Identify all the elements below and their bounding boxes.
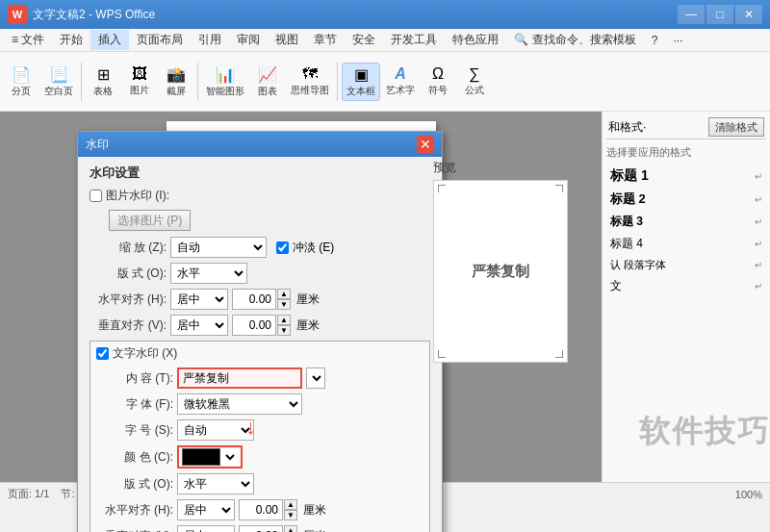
dialog-titlebar: 水印 ✕: [78, 132, 442, 157]
toolbar-blank[interactable]: 📃 空白页: [40, 63, 77, 100]
arttext-icon: A: [395, 65, 406, 83]
toolbar-image[interactable]: 🖼 图片: [122, 63, 157, 99]
v-offset-down[interactable]: ▼: [277, 325, 291, 336]
font-row: 字 体 (F): 微软雅黑: [96, 393, 424, 415]
v-offset-input[interactable]: [232, 315, 276, 336]
menu-security[interactable]: 安全: [345, 30, 383, 50]
color-row: 颜 色 (C): ▼: [96, 445, 424, 469]
text-watermark-section: 文字水印 (X) 内 容 (T): ▼ 字 体 (F):: [90, 341, 430, 532]
formula-icon: ∑: [469, 65, 479, 83]
tw-h-down[interactable]: ▼: [284, 510, 297, 520]
corner-br: [555, 350, 563, 358]
content-dropdown[interactable]: ▼: [306, 367, 325, 389]
close-button[interactable]: ✕: [735, 5, 762, 24]
toolbar-smartshape[interactable]: 📊 智能图形: [202, 63, 248, 100]
select-image-button[interactable]: 选择图片 (P): [109, 210, 191, 231]
title-bar: W 文字文稿2 - WPS Office — □ ✕: [0, 0, 770, 29]
h-offset-input[interactable]: [232, 289, 276, 310]
v-offset-up[interactable]: ▲: [277, 315, 291, 325]
dialog-title: 水印: [86, 137, 417, 153]
menu-search[interactable]: 🔍 查找命令、搜索模板: [506, 30, 643, 50]
app-icon: W: [8, 5, 27, 24]
toolbar-page[interactable]: 📄 分页: [4, 63, 38, 100]
menu-review[interactable]: 审阅: [229, 30, 268, 50]
tw-h-offset-wrap: ▲ ▼: [239, 499, 297, 520]
preview-panel: 预览 严禁复制: [433, 160, 568, 363]
h-unit: 厘米: [296, 291, 320, 308]
image-watermark-row: 图片水印 (I):: [90, 188, 430, 204]
menu-file[interactable]: ≡ 文件: [4, 30, 52, 50]
layout-label: 版 式 (O):: [90, 266, 167, 282]
menu-layout[interactable]: 页面布局: [129, 30, 191, 50]
menu-bar: ≡ 文件 开始 插入 页面布局 引用 审阅 视图 章节 安全 开发工具 特色应用…: [0, 29, 770, 52]
menu-help[interactable]: ?: [644, 32, 666, 49]
menu-reference[interactable]: 引用: [191, 30, 229, 50]
separator-3: [337, 63, 338, 101]
v-unit: 厘米: [296, 317, 320, 334]
tw-v-up[interactable]: ▲: [284, 525, 297, 532]
screenshot-icon: 📸: [167, 65, 186, 84]
menu-more[interactable]: ···: [665, 32, 690, 49]
size-label: 字 号 (S):: [96, 422, 173, 439]
corner-tl: [438, 185, 446, 192]
window-title: 文字文稿2 - WPS Office: [33, 7, 678, 23]
preview-label: 预览: [433, 160, 568, 176]
red-arrow-indicator: ↓: [245, 415, 256, 440]
image-label: 图片: [130, 84, 149, 97]
font-select[interactable]: 微软雅黑: [177, 393, 302, 415]
maximize-button[interactable]: □: [706, 5, 733, 24]
size-select[interactable]: 自动: [177, 419, 254, 441]
menu-start[interactable]: 开始: [52, 30, 90, 50]
tw-v-align-row: 垂直对齐 (V): 居中 ▲ ▼ 厘米: [96, 525, 424, 532]
scale-select[interactable]: 自动: [170, 237, 267, 258]
status-page: 页面: 1/1: [8, 487, 49, 501]
v-offset-spinners: ▲ ▼: [277, 315, 291, 336]
separator-1: [81, 63, 82, 101]
toolbar-mindmap[interactable]: 🗺 思维导图: [287, 63, 333, 99]
toolbar-symbol[interactable]: Ω 符号: [421, 63, 455, 99]
text-watermark-checkbox[interactable]: [96, 347, 109, 360]
menu-insert[interactable]: 插入: [90, 30, 129, 50]
menu-chapter[interactable]: 章节: [306, 30, 345, 50]
menu-view[interactable]: 视图: [268, 30, 306, 50]
toolbar-chart[interactable]: 📈 图表: [250, 63, 285, 100]
toolbar-screenshot[interactable]: 📸 截屏: [159, 63, 193, 100]
toolbar-formula[interactable]: ∑ 公式: [457, 63, 492, 99]
toolbar: 📄 分页 📃 空白页 ⊞ 表格 🖼 图片 📸 截屏 📊 智能图形 📈 图表 🗺 …: [0, 52, 770, 112]
symbol-label: 符号: [428, 84, 448, 97]
separator-2: [197, 63, 198, 101]
preview-watermark-text: 严禁复制: [472, 263, 529, 281]
toolbar-arttext[interactable]: A 艺术字: [382, 63, 419, 99]
layout-select[interactable]: 水平: [170, 263, 247, 284]
chart-icon: 📈: [258, 65, 277, 84]
menu-features[interactable]: 特色应用: [445, 30, 506, 50]
minimize-button[interactable]: —: [678, 5, 705, 24]
tw-v-offset-input[interactable]: [239, 525, 283, 532]
tw-h-align-select[interactable]: 居中: [177, 499, 235, 520]
status-zoom: 100%: [735, 489, 762, 500]
v-align-select[interactable]: 居中: [170, 315, 228, 336]
content-input[interactable]: [177, 367, 302, 389]
tw-layout-select[interactable]: 水平: [177, 473, 254, 494]
tw-h-up[interactable]: ▲: [284, 499, 297, 510]
color-dropdown[interactable]: ▼: [220, 448, 238, 466]
tw-h-align-label: 水平对齐 (H):: [96, 502, 173, 519]
blank-icon: 📃: [49, 65, 68, 84]
color-preview: [182, 448, 220, 466]
dialog-close-button[interactable]: ✕: [417, 136, 434, 153]
h-align-select[interactable]: 居中: [170, 289, 228, 310]
tw-h-spinners: ▲ ▼: [284, 499, 297, 520]
textbox-icon: ▣: [354, 65, 369, 84]
symbol-icon: Ω: [432, 65, 444, 83]
h-offset-down[interactable]: ▼: [277, 299, 291, 310]
screenshot-label: 截屏: [167, 85, 186, 98]
tw-v-align-select[interactable]: 居中: [177, 525, 235, 532]
toolbar-textbox[interactable]: ▣ 文本框: [342, 63, 380, 101]
h-offset-up[interactable]: ▲: [277, 289, 291, 299]
image-watermark-checkbox[interactable]: [90, 190, 102, 202]
tw-h-offset-input[interactable]: [239, 499, 283, 520]
menu-devtools[interactable]: 开发工具: [383, 30, 445, 50]
washout-checkbox[interactable]: [276, 241, 289, 254]
v-offset-wrap: ▲ ▼: [232, 315, 291, 336]
toolbar-table[interactable]: ⊞ 表格: [86, 63, 120, 100]
